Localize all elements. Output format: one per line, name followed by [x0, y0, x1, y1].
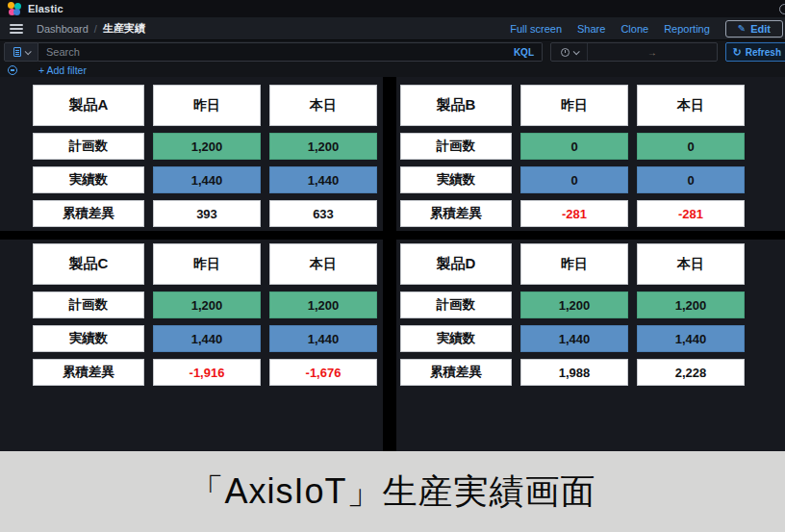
product-table: 製品B昨日本日計画数00実績数00累積差異-281-281: [400, 85, 745, 227]
search-box: KQL: [38, 42, 543, 62]
value-cell: 0: [637, 133, 745, 160]
value-cell: 0: [520, 166, 628, 193]
product-name-cell: 製品B: [400, 85, 512, 126]
value-cell: -281: [637, 200, 745, 227]
kql-badge[interactable]: KQL: [514, 47, 534, 58]
column-header-cell: 昨日: [520, 243, 628, 285]
product-table-panel: 製品A昨日本日計画数1,2001,200実績数1,4401,440累積差異393…: [0, 77, 383, 231]
product-table-panel: 製品B昨日本日計画数00実績数00累積差異-281-281: [396, 77, 785, 231]
value-cell: 393: [153, 200, 261, 227]
value-cell: 1,988: [520, 359, 628, 386]
value-cell: 1,440: [520, 325, 628, 352]
saved-query-icon: [13, 47, 21, 57]
column-header-cell: 昨日: [153, 85, 261, 126]
value-cell: 0: [637, 166, 745, 193]
clock-icon: [561, 48, 570, 57]
column-header-cell: 昨日: [153, 243, 261, 285]
edit-button-label: Edit: [750, 23, 771, 35]
top-app-bar: Elastic: [0, 0, 785, 17]
value-cell: 1,200: [153, 133, 261, 160]
row-label-cell: 累積差異: [400, 200, 512, 227]
dashboard-panels-grid: 製品A昨日本日計画数1,2001,200実績数1,4401,440累積差異393…: [0, 77, 785, 451]
caption-band: 「AxisIoT」生産実績画面: [0, 451, 785, 532]
product-table-panel: 製品D昨日本日計画数1,2001,200実績数1,4401,440累積差異1,9…: [396, 240, 785, 451]
refresh-icon: ↻: [733, 47, 742, 58]
chevron-down-icon: [24, 48, 31, 55]
column-header-cell: 本日: [269, 85, 377, 126]
full-screen-link[interactable]: Full screen: [510, 23, 562, 35]
value-cell: 1,200: [520, 291, 628, 318]
product-name-cell: 製品D: [400, 243, 512, 285]
add-filter-button[interactable]: + Add filter: [38, 64, 87, 76]
row-label-cell: 計画数: [400, 291, 512, 318]
value-cell: 1,200: [269, 291, 377, 318]
filter-bar: + Add filter: [0, 63, 785, 77]
date-range-field[interactable]: →: [588, 47, 717, 58]
pencil-icon: ✎: [738, 23, 746, 34]
search-input[interactable]: [46, 46, 514, 58]
refresh-button-label: Refresh: [746, 47, 781, 58]
row-label-cell: 計画数: [400, 133, 512, 160]
row-label-cell: 実績数: [33, 166, 144, 193]
screen-title: 「AxisIoT」生産実績画面: [189, 469, 595, 516]
user-menu-icon[interactable]: [779, 4, 785, 14]
breadcrumb-section[interactable]: Dashboard: [37, 23, 89, 35]
column-header-cell: 本日: [637, 85, 745, 126]
value-cell: 1,440: [269, 325, 377, 352]
arrow-right-icon: →: [647, 47, 657, 58]
dashboard-header-bar: Dashboard / 生産実績 Full screen Share Clone…: [0, 17, 785, 40]
breadcrumb-page-title: 生産実績: [103, 21, 145, 36]
value-cell: 1,440: [153, 325, 261, 352]
row-label-cell: 累積差異: [400, 359, 512, 386]
saved-query-menu-button[interactable]: [4, 42, 38, 62]
product-table-panel: 製品C昨日本日計画数1,2001,200実績数1,4401,440累積差異-1,…: [0, 240, 383, 451]
value-cell: 633: [269, 200, 377, 227]
product-table: 製品D昨日本日計画数1,2001,200実績数1,4401,440累積差異1,9…: [400, 243, 745, 386]
value-cell: -1,676: [269, 359, 377, 386]
brand-title: Elastic: [28, 3, 63, 14]
product-name-cell: 製品C: [33, 243, 144, 285]
reporting-link[interactable]: Reporting: [664, 23, 710, 35]
breadcrumb-separator: /: [94, 23, 97, 35]
row-label-cell: 実績数: [400, 166, 512, 193]
product-table: 製品C昨日本日計画数1,2001,200実績数1,4401,440累積差異-1,…: [33, 243, 377, 386]
row-label-cell: 計画数: [33, 291, 144, 318]
elastic-logo-icon[interactable]: [8, 2, 21, 15]
column-header-cell: 昨日: [520, 85, 628, 126]
value-cell: 1,440: [269, 166, 377, 193]
clone-link[interactable]: Clone: [620, 23, 648, 35]
value-cell: -1,916: [153, 359, 261, 386]
value-cell: -281: [520, 200, 628, 227]
row-label-cell: 実績数: [400, 325, 512, 352]
row-label-cell: 累積差異: [33, 359, 144, 386]
value-cell: 0: [520, 133, 628, 160]
value-cell: 1,440: [637, 325, 745, 352]
row-label-cell: 実績数: [33, 325, 144, 352]
value-cell: 1,200: [637, 291, 745, 318]
value-cell: 1,440: [153, 166, 261, 193]
time-picker: →: [550, 42, 718, 62]
refresh-button[interactable]: ↻ Refresh: [725, 42, 785, 62]
row-label-cell: 累積差異: [33, 200, 144, 227]
value-cell: 1,200: [269, 133, 377, 160]
product-name-cell: 製品A: [33, 85, 144, 126]
value-cell: 2,228: [637, 359, 745, 386]
product-table: 製品A昨日本日計画数1,2001,200実績数1,4401,440累積差異393…: [33, 85, 377, 227]
chevron-down-icon: [572, 48, 579, 55]
time-picker-quick-button[interactable]: [551, 43, 588, 61]
query-bar: KQL → ↻ Refresh: [0, 40, 785, 63]
menu-icon[interactable]: [10, 24, 23, 34]
column-header-cell: 本日: [269, 243, 377, 285]
row-label-cell: 計画数: [33, 133, 144, 160]
column-header-cell: 本日: [637, 243, 745, 285]
filter-options-icon[interactable]: [8, 65, 17, 75]
edit-button[interactable]: ✎ Edit: [725, 20, 783, 38]
share-link[interactable]: Share: [577, 23, 605, 35]
value-cell: 1,200: [153, 291, 261, 318]
